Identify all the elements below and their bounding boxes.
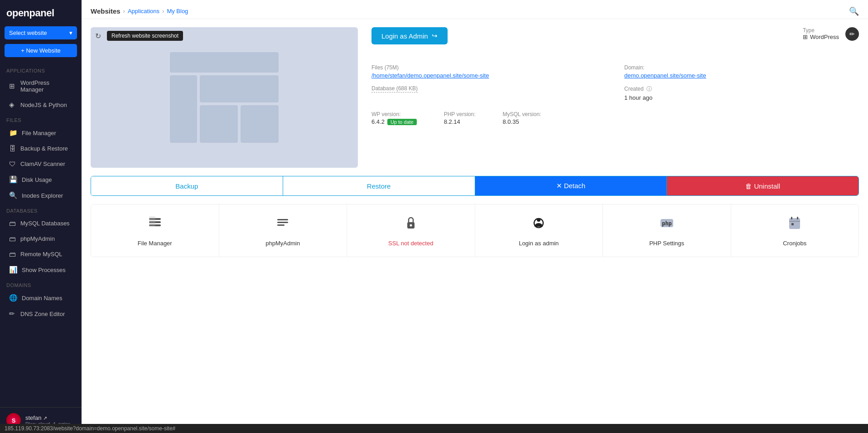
sidebar-sections: Applications⊞WordPress Manager◈NodeJS & …	[0, 63, 82, 322]
created-label: Created ⓘ	[624, 85, 859, 93]
svg-text:php: php	[662, 220, 672, 227]
cronjobs-label: Cronjobs	[783, 240, 806, 247]
chevron-down-icon: ▾	[69, 29, 72, 36]
svg-rect-14	[791, 217, 792, 219]
file-manager-icon: 📁	[9, 129, 18, 137]
preview-box: ↻ Refresh website screenshot	[91, 27, 358, 168]
sidebar-item-wordpress-manager[interactable]: ⊞WordPress Manager	[3, 76, 79, 97]
action-tab-detach[interactable]: ✕ Detach	[475, 176, 667, 195]
content-area: ↻ Refresh website screenshot	[82, 19, 868, 265]
files-domain-row: Files (75M) /home/stefan/demo.openpanel.…	[371, 64, 859, 79]
domain-label: Domain:	[624, 64, 859, 71]
quick-action-login-admin[interactable]: Login as admin	[475, 204, 603, 257]
login-icon: ↪	[432, 32, 438, 40]
sidebar-item-label: Backup & Restore	[20, 145, 68, 152]
wireframe-main	[200, 75, 279, 143]
action-tab-uninstall[interactable]: 🗑 Uninstall	[667, 176, 858, 195]
sidebar-item-mysql-databases[interactable]: 🗃MySQL Databases	[3, 216, 79, 231]
domain-value[interactable]: demo.openpanel.site/some-site	[624, 72, 859, 79]
sidebar-section-label: Files	[0, 113, 82, 125]
phpmyadmin-icon: 🗃	[9, 235, 16, 243]
top-bar: Websites › Applications › My Blog 🔍	[82, 0, 868, 19]
select-website-button[interactable]: Select website ▾	[5, 26, 77, 39]
php-version-col: PHP version: 8.2.14	[444, 111, 476, 125]
sidebar-item-label: NodeJS & Python	[20, 102, 67, 108]
wireframe-header	[170, 52, 279, 73]
sidebar-section-label: Domains	[0, 278, 82, 290]
breadcrumb-applications[interactable]: Applications	[128, 8, 159, 15]
info-panel: Login as Admin ↪ ✏ Type ⊞ WordPress F	[371, 27, 859, 125]
sidebar-item-label: ClamAV Scanner	[20, 161, 65, 167]
type-value: ⊞ WordPress	[803, 34, 839, 40]
sidebar-item-clamav-scanner[interactable]: 🛡ClamAV Scanner	[3, 156, 79, 171]
sidebar-item-show-processes[interactable]: 📊Show Processes	[3, 262, 79, 277]
cronjobs-icon	[786, 214, 803, 235]
svg-rect-13	[789, 218, 800, 229]
breadcrumb-my-blog[interactable]: My Blog	[167, 8, 188, 15]
domain-names-icon: 🌐	[9, 294, 18, 302]
type-label: Type	[803, 27, 839, 34]
svg-rect-15	[797, 217, 798, 219]
breadcrumb-separator: ›	[123, 8, 125, 15]
sidebar-item-nodejs-python[interactable]: ◈NodeJS & Python	[3, 97, 79, 112]
sidebar-item-disk-usage[interactable]: 💾Disk Usage	[3, 172, 79, 187]
action-tab-backup[interactable]: Backup	[91, 176, 283, 195]
mysql-databases-icon: 🗃	[9, 219, 16, 227]
created-value: 1 hour ago	[624, 94, 859, 101]
wp-version-label: WP version:	[371, 111, 417, 117]
wireframe-col-right	[241, 105, 279, 143]
main-content: Websites › Applications › My Blog 🔍 ↻ Re…	[82, 0, 868, 433]
quick-action-phpmyadmin[interactable]: phpMyAdmin	[219, 204, 347, 257]
files-label: Files (75M)	[371, 64, 606, 71]
quick-action-ssl[interactable]: SSL not detected	[347, 204, 475, 257]
new-website-button[interactable]: + New Website	[5, 44, 77, 57]
search-icon[interactable]: 🔍	[849, 6, 859, 16]
nodejs-python-icon: ◈	[9, 101, 16, 109]
sidebar-item-phpmyadmin[interactable]: 🗃phpMyAdmin	[3, 231, 79, 246]
sidebar-item-file-manager[interactable]: 📁File Manager	[3, 125, 79, 141]
sidebar-section-label: Databases	[0, 204, 82, 215]
sidebar-item-label: WordPress Manager	[20, 79, 72, 93]
svg-rect-3	[149, 216, 155, 226]
sidebar-item-backup-restore[interactable]: 🗄Backup & Restore	[3, 141, 79, 156]
quick-action-file-manager[interactable]: File Manager	[91, 204, 219, 257]
mysql-version-col: MySQL version: 8.0.35	[503, 111, 541, 125]
ssl-icon	[402, 214, 420, 235]
edit-icon[interactable]: ✏	[845, 27, 859, 41]
quick-action-cronjobs[interactable]: Cronjobs	[731, 204, 859, 257]
backup-restore-icon: 🗄	[9, 145, 16, 152]
file-manager-label: File Manager	[138, 240, 172, 247]
status-bar: 185.119.90.73:2083/website?domain=demo.o…	[0, 424, 868, 433]
action-tab-restore[interactable]: Restore	[283, 176, 475, 195]
clamav-scanner-icon: 🛡	[9, 160, 16, 168]
quick-action-php-settings[interactable]: phpPHP Settings	[603, 204, 731, 257]
breadcrumb-separator2: ›	[162, 8, 164, 15]
php-version-label: PHP version:	[444, 111, 476, 117]
login-as-admin-button[interactable]: Login as Admin ↪	[371, 27, 448, 44]
wireframe-sidebar	[170, 75, 197, 143]
phpmyadmin-icon	[274, 214, 291, 235]
refresh-button[interactable]: ↻	[95, 32, 101, 40]
sidebar-item-label: Inodes Explorer	[22, 192, 63, 199]
sidebar: openpanel Select website ▾ + New Website…	[0, 0, 82, 433]
sidebar-item-domain-names[interactable]: 🌐Domain Names	[3, 290, 79, 306]
svg-rect-17	[791, 223, 794, 225]
svg-rect-4	[277, 219, 288, 220]
svg-rect-5	[277, 222, 288, 223]
sidebar-item-inodes-explorer[interactable]: 🔍Inodes Explorer	[3, 188, 79, 203]
sidebar-item-label: DNS Zone Editor	[20, 311, 65, 317]
sidebar-item-remote-mysql[interactable]: 🗃Remote MySQL	[3, 247, 79, 262]
sidebar-item-dns-zone-editor[interactable]: ✏DNS Zone Editor	[3, 306, 79, 321]
select-website-label: Select website	[9, 29, 47, 36]
database-label: Database (688 KB)	[371, 85, 606, 92]
phpmyadmin-label: phpMyAdmin	[265, 240, 300, 247]
files-col: Files (75M) /home/stefan/demo.openpanel.…	[371, 64, 606, 79]
sidebar-item-label: Disk Usage	[22, 176, 52, 183]
inodes-explorer-icon: 🔍	[9, 191, 18, 199]
sidebar-logo: openpanel	[0, 0, 82, 24]
version-row: WP version: 6.4.2 Up to date PHP version…	[371, 111, 859, 125]
sidebar-section-label: Applications	[0, 63, 82, 75]
dns-zone-editor-icon: ✏	[9, 310, 16, 318]
action-tabs: BackupRestore✕ Detach🗑 Uninstall	[91, 176, 859, 196]
files-path[interactable]: /home/stefan/demo.openpanel.site/some-si…	[371, 72, 606, 79]
